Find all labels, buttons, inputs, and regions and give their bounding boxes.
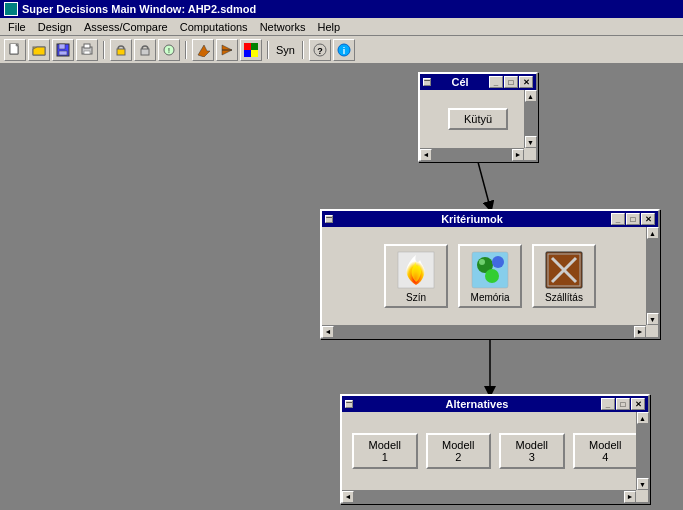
win-krit-minimize-box[interactable]: ─ [325,215,333,223]
menu-assess[interactable]: Assess/Compare [78,20,174,34]
win-krit-scroll-down-btn[interactable]: ▼ [647,313,659,325]
win-alt-restore-btn[interactable]: □ [616,398,630,410]
win-krit-min-btn[interactable]: _ [611,213,625,225]
win-krit-scroll-track-h [334,326,634,337]
toolbar-syn-label: Syn [274,44,297,56]
win-alt-scroll-track-h [354,491,624,502]
szin-node-btn[interactable]: Szín [384,244,448,308]
memoria-label: Memória [471,292,510,303]
win-cel-scroll-track-h [432,149,512,160]
win-cel-minimize-icon: ─ [424,77,430,85]
win-cel-scroll-down-btn[interactable]: ▼ [525,136,537,148]
win-krit-scroll-left-btn[interactable]: ◄ [322,326,334,338]
win-krit-title: Kritériumok [333,213,611,225]
szin-label: Szín [406,292,426,303]
win-krit-controls: _ □ ✕ [611,213,655,225]
win-krit-titlebar[interactable]: ─ Kritériumok _ □ ✕ [322,211,658,227]
win-krit-scroll-right-btn[interactable]: ► [634,326,646,338]
win-krit-minimize-icon: ─ [326,214,332,222]
win-krit-restore-btn[interactable]: □ [626,213,640,225]
win-krit-scrollbar-v[interactable]: ▲ ▼ [646,227,658,325]
menu-help[interactable]: Help [311,20,346,34]
toolbar-palette-btn[interactable] [240,39,262,61]
win-krit-close-btn[interactable]: ✕ [641,213,655,225]
toolbar-sep-2 [185,41,187,59]
toolbar-new-btn[interactable] [4,39,26,61]
szallitas-node-btn[interactable]: Szállítás [532,244,596,308]
svg-rect-15 [251,43,258,50]
modell3-btn[interactable]: Modell 3 [499,433,565,469]
win-cel-min-btn[interactable]: _ [489,76,503,88]
menu-file[interactable]: File [2,20,32,34]
win-alt-scroll-up-btn[interactable]: ▲ [637,412,649,424]
win-cel-scroll-left-btn[interactable]: ◄ [420,149,432,161]
svg-rect-17 [251,50,258,57]
win-krit-scroll-corner [646,325,658,337]
win-cel-minimize-box[interactable]: ─ [423,78,431,86]
win-alt-scrollbar-h[interactable]: ◄ ► [342,490,636,502]
memoria-node-btn[interactable]: Memória [458,244,522,308]
toolbar-arrow2-btn[interactable] [216,39,238,61]
win-alt-minimize-icon: ─ [346,399,352,407]
main-area: ─ Cél _ □ ✕ Kütyü ◄ ► ▲ ▼ [0,64,683,510]
win-cel-scroll-right-btn[interactable]: ► [512,149,524,161]
win-krit-scrollbar-h[interactable]: ◄ ► [322,325,646,337]
szallitas-icon [544,250,584,290]
svg-point-28 [485,269,499,283]
win-alt-min-btn[interactable]: _ [601,398,615,410]
win-alt-scrollbar-v[interactable]: ▲ ▼ [636,412,648,490]
menu-bar: File Design Assess/Compare Computations … [0,18,683,36]
win-krit-scroll-up-btn[interactable]: ▲ [647,227,659,239]
toolbar-save-btn[interactable] [52,39,74,61]
window-kriteriumok: ─ Kritériumok _ □ ✕ [320,209,660,339]
svg-rect-16 [244,50,251,57]
win-krit-scroll-track-v [647,239,658,313]
menu-networks[interactable]: Networks [254,20,312,34]
toolbar-info-btn[interactable]: i [333,39,355,61]
app-title: Super Decisions Main Window: AHP2.sdmod [22,3,256,15]
toolbar-arrow1-btn[interactable] [192,39,214,61]
svg-rect-9 [117,49,125,55]
win-alt-scroll-corner [636,490,648,502]
svg-rect-14 [244,43,251,50]
svg-text:!: ! [168,47,170,54]
win-cel-scroll-corner [524,148,536,160]
menu-computations[interactable]: Computations [174,20,254,34]
svg-text:i: i [343,46,346,56]
win-cel-close-btn[interactable]: ✕ [519,76,533,88]
toolbar-note-btn[interactable]: ! [158,39,180,61]
win-alt-close-btn[interactable]: ✕ [631,398,645,410]
toolbar-open-btn[interactable] [28,39,50,61]
window-alternatives: ─ Alternatives _ □ ✕ Modell 1 Modell 2 M… [340,394,650,504]
toolbar-lock2-btn[interactable] [134,39,156,61]
win-cel-scrollbar-v[interactable]: ▲ ▼ [524,90,536,148]
svg-rect-5 [59,51,67,55]
win-alt-scroll-down-btn[interactable]: ▼ [637,478,649,490]
win-cel-scrollbar-h[interactable]: ◄ ► [420,148,524,160]
win-alt-controls: _ □ ✕ [601,398,645,410]
toolbar-sep-3 [267,41,269,59]
win-alt-title: Alternatives [353,398,601,410]
kutyü-node-btn[interactable]: Kütyü [448,108,508,130]
win-cel-titlebar[interactable]: ─ Cél _ □ ✕ [420,74,536,90]
win-cel-scroll-up-btn[interactable]: ▲ [525,90,537,102]
szin-icon [396,250,436,290]
app-icon [4,2,18,16]
menu-design[interactable]: Design [32,20,78,34]
win-alt-scroll-right-btn[interactable]: ► [624,491,636,503]
win-alt-minimize-box[interactable]: ─ [345,400,353,408]
toolbar-lock1-btn[interactable] [110,39,132,61]
win-cel-scroll-track-v [525,102,536,136]
modell4-btn[interactable]: Modell 4 [573,433,639,469]
svg-rect-10 [141,49,149,55]
win-cel-restore-btn[interactable]: □ [504,76,518,88]
toolbar-print-btn[interactable] [76,39,98,61]
win-alt-titlebar[interactable]: ─ Alternatives _ □ ✕ [342,396,648,412]
win-alt-scroll-track-v [637,424,648,478]
svg-text:?: ? [317,46,323,56]
modell2-btn[interactable]: Modell 2 [426,433,492,469]
modell1-btn[interactable]: Modell 1 [352,433,418,469]
win-alt-scroll-left-btn[interactable]: ◄ [342,491,354,503]
toolbar-help-btn[interactable]: ? [309,39,331,61]
memoria-icon [470,250,510,290]
